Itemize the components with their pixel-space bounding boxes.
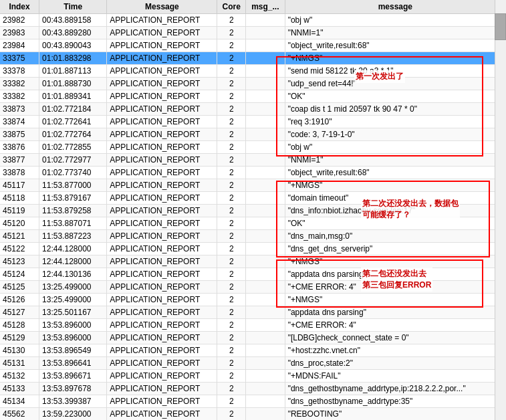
cell-time: 01:02.772764 [39, 128, 107, 141]
cell-msg [246, 14, 285, 27]
table-row[interactable]: 3337501:01.883298APPLICATION_REPORT2"+NM… [0, 52, 506, 65]
cell-index: 45117 [0, 179, 39, 192]
cell-message: APPLICATION_REPORT [107, 14, 217, 27]
table-row[interactable]: 4513113:53.896641APPLICATION_REPORT2"dns… [0, 357, 506, 370]
cell-message: APPLICATION_REPORT [107, 141, 217, 154]
cell-msgtext: "dns_main,msg:0" [285, 230, 505, 243]
table-row[interactable]: 4511811:53.879167APPLICATION_REPORT2"dom… [0, 192, 506, 205]
table-row[interactable]: 4513213:53.896671APPLICATION_REPORT2"+MD… [0, 370, 506, 383]
scrollbar-thumb[interactable] [495, 13, 506, 40]
cell-time: 13:53.896549 [39, 344, 107, 357]
table-body: 2398200:43.889158APPLICATION_REPORT2"obj… [0, 14, 506, 421]
cell-msg [246, 319, 285, 332]
cell-time: 13:53.399387 [39, 395, 107, 408]
cell-msg [246, 230, 285, 243]
col-header-msgtext[interactable]: message [285, 0, 505, 14]
table-row[interactable]: 4512713:25.501167APPLICATION_REPORT2"app… [0, 306, 506, 319]
table-row[interactable]: 3338201:01.888730APPLICATION_REPORT2"udp… [0, 78, 506, 90]
cell-msgtext: "OK" [285, 90, 505, 103]
table-row[interactable]: 4512813:53.896000APPLICATION_REPORT2"+CM… [0, 319, 506, 332]
cell-time: 01:02.772855 [39, 141, 107, 154]
cell-core: 2 [217, 268, 246, 281]
table-row[interactable]: 4513313:53.897678APPLICATION_REPORT2"dns… [0, 383, 506, 395]
table-row[interactable]: 2398400:43.890043APPLICATION_REPORT2"obj… [0, 39, 506, 52]
cell-msgtext: "dns_get_dns_serverip" [285, 243, 505, 255]
table-row[interactable]: 4513413:53.399387APPLICATION_REPORT2"dns… [0, 395, 506, 408]
cell-msgtext: "OK" [285, 217, 505, 230]
cell-core: 2 [217, 179, 246, 192]
cell-msgtext: "REBOOTING" [285, 408, 505, 421]
cell-index: 45131 [0, 357, 39, 370]
table-row[interactable]: 3387601:02.772855APPLICATION_REPORT2"obj… [0, 141, 506, 154]
table-row[interactable]: 3387501:02.772764APPLICATION_REPORT2"cod… [0, 128, 506, 141]
cell-msgtext: "+CME ERROR: 4" [285, 319, 505, 332]
cell-time: 13:53.896671 [39, 370, 107, 383]
cell-message: APPLICATION_REPORT [107, 332, 217, 344]
cell-msg [246, 39, 285, 52]
cell-message: APPLICATION_REPORT [107, 116, 217, 128]
table-row[interactable]: 4511711:53.877000APPLICATION_REPORT2"+NM… [0, 179, 506, 192]
table-row[interactable]: 3387301:02.772184APPLICATION_REPORT2"coa… [0, 103, 506, 116]
cell-message: APPLICATION_REPORT [107, 27, 217, 39]
table-row[interactable]: 4512913:53.896000APPLICATION_REPORT2"[LD… [0, 332, 506, 344]
cell-msg [246, 27, 285, 39]
table-row[interactable]: 4512011:53.887071APPLICATION_REPORT2"OK" [0, 217, 506, 230]
cell-msg [246, 141, 285, 154]
table-row[interactable]: 2398300:43.889280APPLICATION_REPORT2"NNM… [0, 27, 506, 39]
table-row[interactable]: 4512412:44.130136APPLICATION_REPORT2"app… [0, 268, 506, 281]
cell-msg [246, 103, 285, 116]
cell-message: APPLICATION_REPORT [107, 255, 217, 268]
table-row[interactable]: 4512312:44.128000APPLICATION_REPORT2"+NM… [0, 255, 506, 268]
col-header-core[interactable]: Core [217, 0, 246, 14]
table-row[interactable]: 4512613:25.499000APPLICATION_REPORT2"+NM… [0, 294, 506, 306]
cell-msg [246, 179, 285, 192]
col-header-message[interactable]: Message [107, 0, 217, 14]
log-table: Index Time Message Core msg_... message … [0, 0, 506, 420]
cell-message: APPLICATION_REPORT [107, 294, 217, 306]
cell-message: APPLICATION_REPORT [107, 192, 217, 205]
cell-msgtext: "appdata dns parsing" [285, 268, 505, 281]
cell-msg [246, 357, 285, 370]
cell-msg [246, 395, 285, 408]
cell-core: 2 [217, 370, 246, 383]
cell-msg [246, 383, 285, 395]
cell-msgtext: "code: 3, 7-19-1-0" [285, 128, 505, 141]
table-row[interactable]: 4512111:53.887223APPLICATION_REPORT2"dns… [0, 230, 506, 243]
col-header-index[interactable]: Index [0, 0, 39, 14]
cell-index: 45562 [0, 408, 39, 421]
cell-index: 33875 [0, 128, 39, 141]
cell-message: APPLICATION_REPORT [107, 357, 217, 370]
cell-msg [246, 243, 285, 255]
cell-index: 45132 [0, 370, 39, 383]
cell-msgtext: "+MDNS:FAIL" [285, 370, 505, 383]
table-row[interactable]: 4512212:44.128000APPLICATION_REPORT2"dns… [0, 243, 506, 255]
table-row[interactable]: 4511911:53.879258APPLICATION_REPORT2"dns… [0, 205, 506, 217]
col-header-msg[interactable]: msg_... [246, 0, 285, 14]
table-row[interactable]: 3387401:02.772641APPLICATION_REPORT2"req… [0, 116, 506, 128]
cell-msgtext: "dns_info:nbiot.izhaohu.com,len:17" [285, 205, 505, 217]
cell-msg [246, 78, 285, 90]
cell-core: 2 [217, 167, 246, 179]
cell-time: 13:53.896000 [39, 332, 107, 344]
table-row[interactable]: 4556213:59.223000APPLICATION_REPORT2"REB… [0, 408, 506, 421]
scrollbar[interactable] [495, 0, 506, 420]
table-row[interactable]: 3387701:02.772977APPLICATION_REPORT2"NNM… [0, 154, 506, 167]
table-row[interactable]: 4513013:53.896549APPLICATION_REPORT2"+ho… [0, 344, 506, 357]
table-row[interactable]: 2398200:43.889158APPLICATION_REPORT2"obj… [0, 14, 506, 27]
cell-msgtext: "+host:zzhc.vnet.cn" [285, 344, 505, 357]
cell-time: 01:02.772641 [39, 116, 107, 128]
table-row[interactable]: 3337801:01.887113APPLICATION_REPORT2"sen… [0, 65, 506, 78]
col-header-time[interactable]: Time [39, 0, 107, 14]
table-row[interactable]: 3338201:01.889341APPLICATION_REPORT2"OK" [0, 90, 506, 103]
cell-msgtext: "+NMGS" [285, 255, 505, 268]
cell-index: 23982 [0, 14, 39, 27]
table-row[interactable]: 3387801:02.773740APPLICATION_REPORT2"obj… [0, 167, 506, 179]
cell-index: 33873 [0, 103, 39, 116]
cell-msg [246, 408, 285, 421]
cell-message: APPLICATION_REPORT [107, 370, 217, 383]
cell-message: APPLICATION_REPORT [107, 205, 217, 217]
cell-msgtext: "object_write,result:68" [285, 39, 505, 52]
cell-core: 2 [217, 14, 246, 27]
table-row[interactable]: 4512513:25.499000APPLICATION_REPORT2"+CM… [0, 281, 506, 294]
cell-message: APPLICATION_REPORT [107, 217, 217, 230]
